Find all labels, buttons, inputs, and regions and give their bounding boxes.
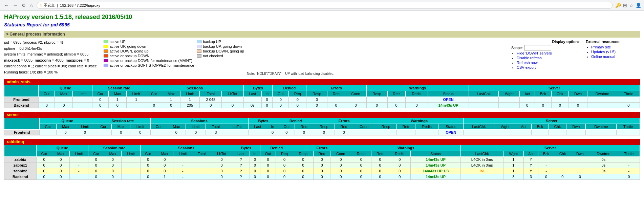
legend-color-active-down-going-up — [104, 49, 108, 53]
legend-color-backup-up-going-down — [197, 45, 201, 48]
table-row: zabbix1 00- 00 00-0? 00 00 000 00 14m43s… — [4, 162, 640, 168]
process-info: pid = 6965 (process #2, nbproc = 4) upti… — [4, 40, 97, 76]
stats-table-rabbitmq: Queue Session rate Sessions Bytes Denied… — [4, 145, 640, 180]
row-label: Frontend — [4, 96, 39, 102]
th-q-max: Max — [55, 91, 73, 96]
legend-backup-up-going-down: backup UP, going down — [197, 44, 244, 48]
legend-color-backup-up — [197, 40, 201, 43]
proxy-header-admin-stats: admin_stats — [4, 79, 640, 85]
row-label: zabbix1 — [4, 162, 37, 168]
star-icon[interactable]: ☆ — [629, 3, 634, 8]
table-row: Frontend 011 - 112 048 00 00 OPEN — [4, 96, 640, 102]
th-queue: Queue — [39, 85, 92, 91]
display-options: Display option: Scope: Hide 'DOWN' serve… — [511, 40, 579, 76]
url-text: 192.168.47.222/haproxy — [60, 3, 100, 7]
legend-area: active UP active UP, going down active D… — [104, 40, 505, 76]
proxy-name-server: server — [7, 112, 19, 117]
th-chk: Chk — [551, 91, 568, 96]
online-manual-item: Online manual — [591, 55, 640, 59]
home-button[interactable]: ⌂ — [28, 2, 34, 9]
row-label: zabbix — [4, 156, 37, 162]
table-row: zabbix2 00- 00 00-0? 00 00 000 00 14m43s… — [4, 168, 640, 174]
th-s-last: Last — [243, 91, 261, 96]
th-warnings: Warnings — [375, 118, 464, 124]
refresh-now-link[interactable]: Refresh now — [517, 61, 538, 65]
hide-down-servers-link[interactable]: Hide 'DOWN' servers — [517, 51, 552, 55]
proxy-header-rabbitmq: rabbitmq — [4, 139, 640, 145]
info-layout: pid = 6965 (process #2, nbproc = 4) upti… — [4, 40, 640, 76]
th-act: Act — [520, 91, 535, 96]
status-cell: OPEN — [428, 96, 469, 102]
hide-down-servers-item: Hide 'DOWN' servers — [517, 51, 579, 55]
legend-color-active-up — [104, 40, 108, 43]
th-e-resp: Resp — [366, 91, 387, 96]
status-cell: 14m43s UP — [410, 174, 460, 179]
th-denied: Denied — [273, 85, 306, 91]
forward-button[interactable]: → — [12, 2, 19, 9]
external-resources-list: Primary site Updates (v1.5) Online manua… — [586, 45, 640, 59]
legend-maint: active or backup DOWN for maintenance (M… — [104, 59, 194, 63]
th-errors: Errors — [306, 85, 366, 91]
scope-row: Scope: — [511, 45, 579, 50]
th-thrtle: Thrtle — [617, 91, 640, 96]
th-dwn: Dwn — [568, 91, 587, 96]
disable-refresh-link[interactable]: Disable refresh — [517, 56, 542, 60]
th-q-cur: Cur — [39, 91, 55, 96]
translate-icon[interactable]: ⊞ — [623, 3, 627, 8]
profile-icon[interactable]: 👤 — [636, 3, 641, 8]
legend-color-backup-down-going-up — [197, 49, 201, 53]
table-row: zabbix 00- 00 00-0? 00 00 000 00 14m43s … — [4, 156, 640, 162]
csv-export-link[interactable]: CSV export — [517, 65, 536, 69]
legend-soft-stopped: active or backup SOFT STOPPED for mainte… — [104, 63, 194, 67]
legend-active-up-going-down: active UP, going down — [104, 44, 194, 48]
th-sr-limit: Limit — [126, 91, 146, 96]
refresh-button[interactable]: ↻ — [20, 2, 27, 9]
general-section-header[interactable]: > General process information — [4, 31, 640, 38]
status-cell: 14m43s UP — [428, 102, 469, 108]
maxsock-info: maxsock = 8035; maxconn = 4000; maxpipes… — [4, 58, 97, 64]
proxy-admin-stats: admin_stats Queue Session rate Sessions … — [4, 79, 640, 108]
th-server: Server — [469, 85, 640, 91]
primary-site-link[interactable]: Primary site — [591, 45, 611, 49]
status-cell: OPEN — [438, 129, 464, 135]
current-conns-info: current conns = 1; current pipes = 0/0; … — [4, 63, 97, 69]
address-bar[interactable]: ℹ 不安全 | 192.168.47.222/haproxy — [37, 2, 613, 9]
th-bytes: Bytes — [248, 118, 278, 124]
updates-link[interactable]: Updates (v1.5) — [591, 50, 616, 54]
display-options-list: Hide 'DOWN' servers Disable refresh Refr… — [511, 51, 579, 69]
th-sessions: Sessions — [146, 85, 243, 91]
th-server: Server — [464, 118, 640, 124]
security-label: 不安全 — [44, 3, 55, 8]
row-label: zabbix2 — [4, 168, 37, 174]
legend-col-2: backup UP backup UP, going down backup D… — [197, 40, 244, 76]
external-resources: External resources: Primary site Updates… — [586, 40, 640, 76]
legend-color-active-up-going-down — [104, 45, 108, 48]
th-s-max: Max — [162, 91, 180, 96]
table-row: Frontend 00 -00 003 00 00 0 OPEN — [4, 129, 640, 135]
lastchk-cell: INI — [461, 168, 503, 174]
legend-color-not-checked — [197, 54, 201, 58]
status-cell: 14m43s UP — [410, 162, 460, 168]
th-b-in: In — [261, 91, 273, 96]
online-manual-link[interactable]: Online manual — [591, 55, 615, 59]
primary-site-item: Primary site — [591, 45, 640, 49]
csv-export-item: CSV export — [517, 65, 579, 69]
th-s-lbtot: LbTot — [222, 91, 243, 96]
th-bytes: Bytes — [243, 85, 273, 91]
key-icon[interactable]: 🔑 — [615, 3, 621, 8]
url-separator: | — [57, 3, 58, 7]
legend-col-1: active UP active UP, going down active D… — [104, 40, 194, 76]
legend-active-down-going-up: active DOWN, going up — [104, 49, 194, 53]
th-status: Status — [428, 91, 469, 96]
th-q-limit: Limit — [73, 91, 92, 96]
th-bck: Bck — [535, 91, 551, 96]
table-row: Backend 00 00 00205000s 00 00 000 00 14m… — [4, 102, 640, 108]
th-empty — [4, 118, 40, 129]
th-empty — [4, 85, 39, 96]
legend-backup-up: backup UP — [197, 40, 244, 44]
display-options-title: Display option: — [511, 40, 579, 44]
th-denied: Denied — [278, 118, 313, 124]
th-sr-cur: Cur — [92, 91, 108, 96]
scope-input[interactable] — [524, 45, 551, 50]
back-button[interactable]: ← — [3, 2, 10, 9]
